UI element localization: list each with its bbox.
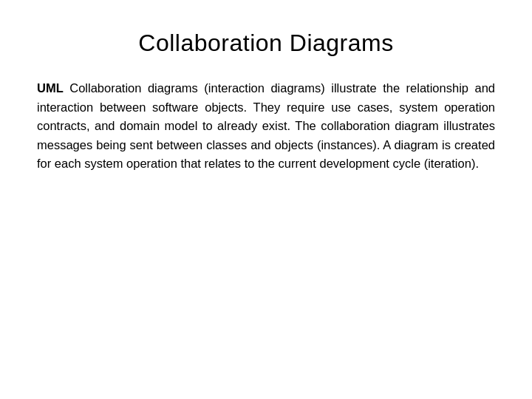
title-area: Collaboration Diagrams bbox=[37, 30, 495, 57]
body-paragraph: UML Collaboration diagrams (interaction … bbox=[37, 79, 495, 174]
slide-title: Collaboration Diagrams bbox=[37, 30, 495, 57]
slide-container: Collaboration Diagrams UML Collaboration… bbox=[0, 0, 532, 399]
body-text-content: Collaboration diagrams (interaction diag… bbox=[37, 81, 495, 170]
content-area: UML Collaboration diagrams (interaction … bbox=[37, 79, 495, 369]
uml-label: UML bbox=[37, 81, 64, 95]
